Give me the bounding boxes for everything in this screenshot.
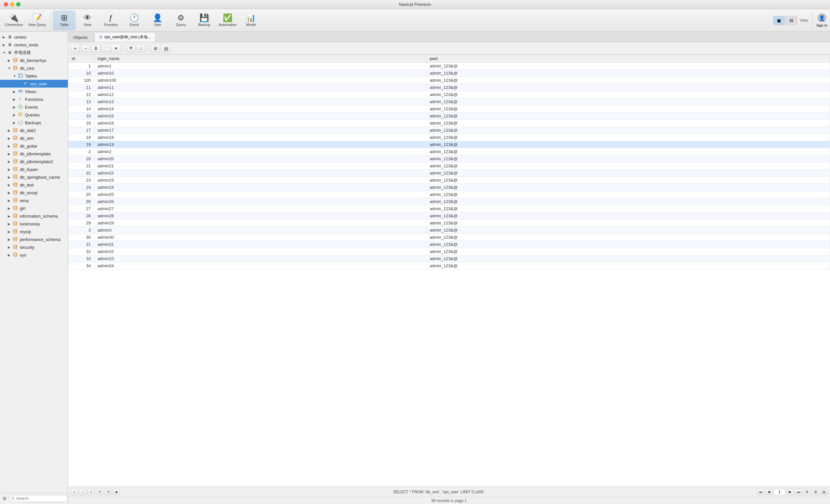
table-row[interactable]: 23admin23admin_123&@ [68, 177, 830, 184]
backup-button[interactable]: 💾 Backup [193, 10, 216, 30]
sidebar-item-db_springboot_cache[interactable]: ▶db_springboot_cache [0, 173, 68, 181]
settings-icon[interactable]: ⚙ [3, 496, 7, 501]
refresh-btn[interactable]: ↺ [104, 489, 111, 495]
table-row[interactable]: 21admin21admin_123&@ [68, 162, 830, 169]
remove-row-btn[interactable]: − [79, 489, 86, 495]
table-row[interactable]: 25admin25admin_123&@ [68, 191, 830, 198]
close-button[interactable] [4, 2, 8, 6]
table-row[interactable]: 33admin33admin_123&@ [68, 255, 830, 262]
table-row[interactable]: 29admin29admin_123&@ [68, 220, 830, 227]
sidebar-item-db_cesi[interactable]: ▼db_cesi [0, 64, 68, 72]
grid-view-button[interactable]: ⊞ [151, 44, 160, 53]
sidebar-item-db_guitar[interactable]: ▶db_guitar [0, 142, 68, 150]
col-header-pwd[interactable]: pwd [426, 55, 830, 63]
sidebar-item-security[interactable]: ▶security [0, 243, 68, 251]
sidebar-item-centos_wxds[interactable]: ▶🖥centos_wxds [0, 41, 68, 49]
next-page-btn[interactable]: ▶ [787, 489, 794, 495]
table-row[interactable]: 13admin13admin_123&@ [68, 98, 830, 105]
table-row[interactable]: 12admin12admin_123&@ [68, 91, 830, 98]
table-row[interactable]: 14admin14admin_123&@ [68, 105, 830, 113]
view-button[interactable]: 👁 View [76, 10, 99, 30]
view-toggle-single[interactable]: ▣ [773, 16, 785, 25]
new-query-button[interactable]: 📝 New Query [26, 10, 49, 30]
stop-btn[interactable]: ■ [113, 489, 120, 495]
model-button[interactable]: 📊 Model [240, 10, 262, 30]
last-page-btn[interactable]: ⏭ [795, 489, 802, 495]
maximize-button[interactable] [16, 2, 21, 6]
sidebar-item-centos[interactable]: ▶🖥centos [0, 33, 68, 41]
table-container[interactable]: idlogin_namepwd 1admin1admin_123&@10admi… [68, 55, 830, 486]
search-input[interactable] [9, 495, 68, 502]
active-tab[interactable]: ⊞ sys_user@db_cesi (本地... [94, 32, 156, 42]
table-row[interactable]: 26admin26admin_123&@ [68, 198, 830, 205]
table-row[interactable]: 32admin32admin_123&@ [68, 248, 830, 255]
form-view-button[interactable]: ▤ [161, 44, 170, 53]
sidebar-item-tables[interactable]: ▼Tables [0, 72, 68, 80]
apply-btn[interactable]: ✓ [88, 489, 95, 495]
signin-button[interactable]: 👤 Sign In [817, 13, 827, 27]
sidebar-item-backups[interactable]: ▶Backups [0, 119, 68, 126]
table-row[interactable]: 100admin100admin_123&@ [68, 77, 830, 84]
table-row[interactable]: 24admin24admin_123&@ [68, 184, 830, 191]
sidebar-item-sys[interactable]: ▶sys [0, 251, 68, 259]
sidebar-item-db_elm[interactable]: ▶db_elm [0, 134, 68, 142]
table-row[interactable]: 15admin15admin_123&@ [68, 113, 830, 120]
first-page-btn[interactable]: ⏮ [757, 489, 764, 495]
table-row[interactable]: 11admin11admin_123&@ [68, 84, 830, 91]
edit-dropdown-button[interactable]: ▾ [111, 44, 120, 53]
delete-record-button[interactable]: − [81, 44, 90, 53]
sidebar-item-functions[interactable]: ▶ƒFunctions [0, 95, 68, 103]
sidebar-item-mysql[interactable]: ▶mysql [0, 228, 68, 235]
sidebar-item-information_schema[interactable]: ▶information_schema [0, 212, 68, 220]
sidebar-item-local_conn[interactable]: ▼🖥本地连接 [0, 49, 68, 57]
col-header-id[interactable]: id [68, 55, 94, 63]
table-row[interactable]: 17admin17admin_123&@ [68, 127, 830, 134]
table-row[interactable]: 2admin2admin_123&@ [68, 148, 830, 155]
add-record-button[interactable]: + [71, 44, 80, 53]
add-row-btn[interactable]: + [71, 489, 78, 495]
grid-btn[interactable]: ⊞ [812, 489, 819, 495]
automation-button[interactable]: ✅ Automation [216, 10, 239, 30]
sidebar-item-db_wxsql[interactable]: ▶db_wxsql [0, 189, 68, 196]
sidebar-item-eesy[interactable]: ▶eesy [0, 196, 68, 204]
table-row[interactable]: 1admin1admin_123&@ [68, 63, 830, 70]
minimize-button[interactable] [10, 2, 14, 6]
table-row[interactable]: 30admin30admin_123&@ [68, 234, 830, 241]
detail-btn[interactable]: ▤ [820, 489, 827, 495]
sidebar-item-db_bennyrhys[interactable]: ▶db_bennyrhys [0, 57, 68, 64]
sidebar-item-sys_user[interactable]: sys_user [0, 80, 68, 88]
table-row[interactable]: 27admin27admin_123&@ [68, 205, 830, 213]
user-button[interactable]: 👤 User [146, 10, 169, 30]
table-row[interactable]: 16admin16admin_123&@ [68, 120, 830, 127]
sidebar-item-db_didi2[interactable]: ▶db_didi2 [0, 126, 68, 134]
view-toggle-split[interactable]: ⊟ [786, 16, 797, 25]
sidebar-item-db_liuyan[interactable]: ▶db_liuyan [0, 165, 68, 173]
sidebar-item-db_test[interactable]: ▶db_test [0, 181, 68, 189]
sidebar-item-db_jdbctemplate2[interactable]: ▶db_jdbctemplate2 [0, 158, 68, 165]
edit-button[interactable]: 📄 [102, 44, 111, 53]
query-button[interactable]: ⚙ Query [169, 10, 192, 30]
sidebar-item-db_jdbctemplate[interactable]: ▶db_jdbctemplate [0, 150, 68, 158]
col-header-login_name[interactable]: login_name [94, 55, 426, 63]
function-button[interactable]: ƒ Function [99, 10, 122, 30]
import-button[interactable]: ⬇ [91, 44, 100, 53]
prev-page-btn[interactable]: ◀ [765, 489, 772, 495]
sidebar-item-performance_schema[interactable]: ▶performance_schema [0, 235, 68, 243]
table-row[interactable]: 18admin18admin_123&@ [68, 134, 830, 141]
page-input[interactable] [774, 489, 785, 495]
connection-button[interactable]: 🔌 Connection [3, 10, 25, 30]
table-row[interactable]: 28admin28admin_123&@ [68, 213, 830, 220]
sidebar-item-girl[interactable]: ▶girl [0, 204, 68, 212]
event-button[interactable]: 🕐 Event [123, 10, 146, 30]
settings-btn[interactable]: ⚙ [803, 489, 810, 495]
table-row[interactable]: 22admin22admin_123&@ [68, 169, 830, 177]
table-button[interactable]: ⊞ Table [53, 10, 75, 30]
sidebar-item-views[interactable]: ▶Views [0, 88, 68, 95]
sort-button[interactable]: ↕ [136, 44, 146, 53]
cancel-btn[interactable]: ✕ [96, 489, 103, 495]
table-row[interactable]: 3admin3admin_123&@ [68, 227, 830, 234]
table-row[interactable]: 31admin31admin_123&@ [68, 241, 830, 248]
filter-button[interactable]: ⧩ [126, 44, 135, 53]
table-row[interactable]: 20admin20admin_123&@ [68, 155, 830, 162]
objects-tab[interactable]: Objects [68, 33, 93, 42]
